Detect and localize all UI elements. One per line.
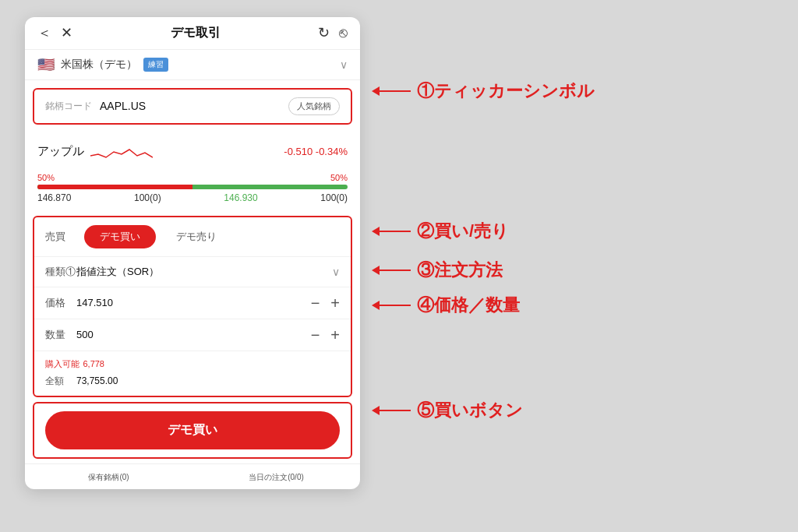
qty-row: 数量 500 − + [34, 319, 351, 351]
progress-labels: 50% 50% [37, 173, 348, 182]
stock-chart-mini [90, 140, 277, 164]
market-header[interactable]: 🇺🇸 米国株（デモ） 練習 ∨ [25, 50, 360, 80]
price-controls: − + [311, 295, 340, 311]
purchasable-value: 6,778 [83, 359, 104, 368]
outer-wrapper: ＜ ✕ デモ取引 ↻ ⎋ 🇺🇸 米国株（デモ） 練習 ∨ 銘柄コード AAPL.… [25, 17, 773, 516]
qty-controls: − + [311, 327, 340, 343]
qty-decrease-button[interactable]: − [311, 327, 320, 343]
stock-info: アップル -0.510 -0.34% [25, 132, 360, 168]
annotation-5-text: ⑤買いボタン [417, 399, 523, 422]
bottom-tabs: 保有銘柄(0) 当日の注文(0/0) [25, 463, 360, 489]
annotation-3: ③注文方法 [372, 259, 503, 282]
annotation-1-text: ①ティッカーシンボル [417, 79, 595, 103]
demo-sell-tab[interactable]: デモ売り [164, 225, 229, 248]
order-section: 売買 デモ買い デモ売り 種類① 指値注文（SOR） ∨ 価格 147.510 … [33, 216, 352, 397]
progress-right-label: 50% [330, 173, 348, 182]
buy-sell-label: 売買 [45, 230, 76, 244]
buy-sell-row: 売買 デモ買い デモ売り [34, 217, 351, 257]
total-row: 全額 73,755.00 [34, 372, 351, 396]
total-value: 73,755.00 [76, 375, 118, 386]
total-label: 全額 [45, 375, 76, 388]
market-label: 米国株（デモ） [61, 58, 137, 72]
annotation-2-text: ②買い/売り [417, 220, 509, 243]
progress-left-label: 50% [37, 173, 55, 182]
flag-icon: 🇺🇸 [37, 56, 55, 73]
spread1: 100(0) [134, 192, 161, 203]
price-value: 147.510 [76, 297, 311, 308]
stock-change: -0.510 -0.34% [284, 146, 348, 157]
buy-action-button[interactable]: デモ買い [45, 411, 340, 449]
qty-increase-button[interactable]: + [330, 327, 340, 343]
arrow-5 [372, 406, 411, 415]
phone-container: ＜ ✕ デモ取引 ↻ ⎋ 🇺🇸 米国株（デモ） 練習 ∨ 銘柄コード AAPL.… [25, 17, 360, 489]
ask-price: 146.930 [224, 192, 257, 203]
progress-bar-red [37, 185, 192, 189]
share-button[interactable]: ⎋ [339, 26, 348, 40]
back-button[interactable]: ＜ [37, 26, 51, 40]
annotation-4: ④価格／数量 [372, 294, 520, 317]
buy-action-section: デモ買い [33, 402, 352, 459]
qty-label: 数量 [45, 328, 76, 342]
annotation-1: ①ティッカーシンボル [372, 79, 595, 103]
annotation-2: ②買い/売り [372, 220, 509, 243]
bid-price: 146.870 [37, 192, 71, 203]
stock-name: アップル [37, 144, 84, 159]
arrow-1 [372, 86, 411, 96]
purchasable-label: 購入可能 [45, 359, 79, 368]
annotation-3-text: ③注文方法 [417, 259, 503, 282]
ticker-code-label: 銘柄コード [45, 100, 92, 113]
arrow-4 [372, 301, 411, 310]
top-bar: ＜ ✕ デモ取引 ↻ ⎋ [25, 17, 360, 50]
progress-bar-wrapper: 50% 50% [25, 168, 360, 189]
order-type-value: 指値注文（SOR） [76, 265, 332, 279]
stock-name-row: アップル -0.510 -0.34% [37, 140, 348, 164]
price-decrease-button[interactable]: − [311, 295, 320, 311]
page-title: デモ取引 [82, 25, 309, 41]
tab-orders[interactable]: 当日の注文(0/0) [192, 470, 360, 484]
order-type-chevron-icon: ∨ [332, 266, 340, 278]
ticker-row: 銘柄コード AAPL.US 人気銘柄 [45, 97, 340, 115]
price-label: 価格 [45, 296, 76, 310]
arrow-3 [372, 266, 411, 275]
price-row-order: 価格 147.510 − + [34, 287, 351, 319]
practice-badge: 練習 [143, 58, 168, 72]
tab-holdings[interactable]: 保有銘柄(0) [25, 470, 192, 484]
ticker-code-value: AAPL.US [100, 100, 146, 112]
refresh-button[interactable]: ↻ [318, 26, 330, 40]
ticker-section: 銘柄コード AAPL.US 人気銘柄 [33, 88, 352, 125]
arrow-2 [372, 227, 411, 236]
price-increase-button[interactable]: + [330, 295, 340, 311]
demo-buy-tab[interactable]: デモ買い [84, 225, 156, 248]
annotation-4-text: ④価格／数量 [417, 294, 520, 317]
purchasable-row: 購入可能 6,778 [34, 351, 351, 372]
qty-value: 500 [76, 329, 311, 340]
progress-bar [37, 185, 348, 189]
spread2: 100(0) [320, 192, 348, 203]
popular-stocks-button[interactable]: 人気銘柄 [288, 97, 340, 115]
annotation-5: ⑤買いボタン [372, 399, 523, 422]
price-row: 146.870 100(0) 146.930 100(0) [25, 189, 360, 211]
chevron-down-icon: ∨ [340, 58, 348, 71]
order-type-label: 種類① [45, 265, 76, 279]
order-type-row[interactable]: 種類① 指値注文（SOR） ∨ [34, 257, 351, 287]
close-button[interactable]: ✕ [61, 26, 72, 40]
